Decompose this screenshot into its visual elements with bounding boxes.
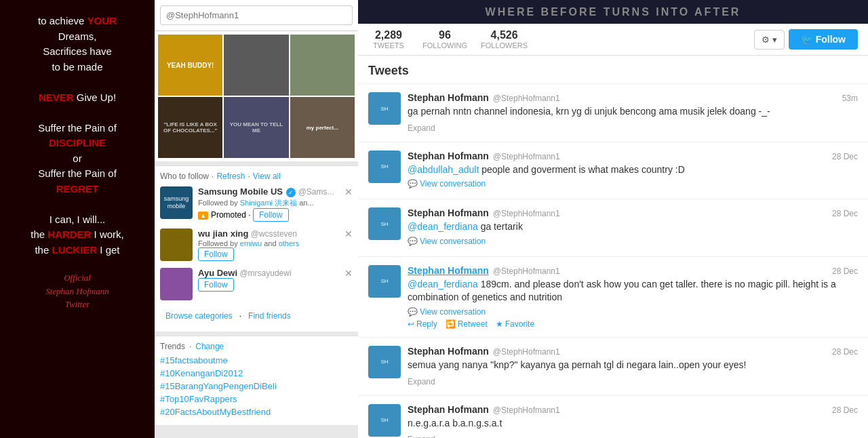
tweet-name-5: Stephan Hofmann [408,346,489,357]
tweet-item-4: SH Stephan Hofmann @StephHofmann1 28 Dec… [358,257,868,338]
photo-cell[interactable]: YOU MEAN TO TELL ME [224,97,288,158]
tweet-text-5: semua yang nanya "knp?" kayanya ga perna… [408,359,858,372]
tweet-handle-4: @StephHofmann1 [493,266,560,276]
tweet-time-2: 28 Dec [832,152,858,161]
view-conversation-3[interactable]: 💬 View conversation [408,237,858,246]
verified-icon: ✓ [286,188,296,197]
profile-stats-bar: 2,289 TWEETS 96 FOLLOWING 4,526 FOLLOWER… [358,24,868,56]
trend-item-4[interactable]: #Top10FavRappers [160,394,353,404]
trend-item-1[interactable]: #15factsaboutme [160,355,353,365]
follow-avatar-ayu [160,268,193,300]
find-friends-link[interactable]: Find friends [248,311,291,321]
follow-info-ayu: Ayu Dewi @mrsayudewi Follow [198,268,353,292]
tweet-content-2: Stephan Hofmann @StephHofmann1 28 Dec @a… [408,151,858,191]
follow-avatar-wu [160,228,193,261]
stat-tweets: 2,289 TWEETS [368,29,409,49]
close-button-wu[interactable]: ✕ [344,228,353,239]
trends-label: Trends [160,342,185,351]
search-input[interactable] [160,5,353,25]
follow-button-ayu[interactable]: Follow [198,278,234,292]
tweet-text-1: ga pernah nntn channel indonesia, krn yg… [408,105,858,119]
tweet-avatar-4: SH [368,265,401,298]
who-to-follow-section: Who to follow · Refresh · View all samsu… [155,165,358,332]
right-panel: WHERE BEFORE TURNS INTO AFTER 2,289 TWEE… [358,0,868,438]
followers-count: 4,526 [491,29,518,41]
follow-button-samsung[interactable]: Follow [253,208,289,222]
tweet-avatar-1: SH [368,92,401,125]
tweet-handle-6: @StephHofmann1 [493,405,560,415]
tweets-header: Tweets [358,56,868,84]
following-count: 96 [439,29,451,41]
expand-link-5[interactable]: Expand [408,377,435,386]
tweet-time-1: 53m [842,94,858,103]
follow-info-samsung: Samsung Mobile US ✓ @Sams... Followed by… [198,186,353,222]
tweets-section: Tweets SH Stephan Hofmann @StephHofmann1… [358,56,868,438]
trend-item-2[interactable]: #10KenanganDi2012 [160,368,353,378]
tweet-name-4[interactable]: Stephan Hofmann [408,265,489,276]
favorite-link[interactable]: ★ Favorite [496,319,534,329]
tweet-content-5: Stephan Hofmann @StephHofmann1 28 Dec se… [408,346,858,387]
photo-grid: YEAH BUDDY! "LIFE IS LIKE A BOX OF CHOCO… [155,31,358,161]
tweet-item-2: SH Stephan Hofmann @StephHofmann1 28 Dec… [358,142,868,200]
speech-icon: 💬 [408,307,418,317]
reply-link[interactable]: ↩ Reply [408,319,437,329]
tweet-time-3: 28 Dec [832,209,858,218]
photo-cell[interactable]: "LIFE IS LIKE A BOX OF CHOCOLATES..." [158,97,222,158]
follow-info-wu: wu jian xing @wcssteven Followed by erni… [198,228,353,261]
close-button-ayu[interactable]: ✕ [344,268,353,279]
followers-label: FOLLOWERS [481,41,528,49]
follow-item-ayu: Ayu Dewi @mrsayudewi Follow ✕ [160,268,353,300]
tweet-name-1: Stephan Hofmann [408,92,489,103]
follow-button-wu[interactable]: Follow [198,247,234,261]
view-conversation-4[interactable]: 💬 View conversation [408,307,858,317]
tweet-handle-1: @StephHofmann1 [493,94,560,103]
photo-cell[interactable]: YEAH BUDDY! [158,35,222,96]
follow-main-button[interactable]: 🐦 Follow [789,29,858,49]
tweet-name-2: Stephan Hofmann [408,151,489,161]
photo-cell[interactable] [290,35,355,96]
tweet-content-1: Stephan Hofmann @StephHofmann1 53m ga pe… [408,92,858,134]
tweet-text-3: @dean_ferdiana ga tertarik [408,220,858,234]
gear-button[interactable]: ⚙ ▾ [754,30,785,49]
trends-header: Trends · Change [160,342,353,351]
expand-link-1[interactable]: Expand [408,123,435,133]
view-all-link[interactable]: View all [253,172,281,181]
tweet-item-1: SH Stephan Hofmann @StephHofmann1 53m ga… [358,84,868,142]
stat-following[interactable]: 96 FOLLOWING [422,29,467,49]
change-trends-link[interactable]: Change [195,342,224,351]
tweet-avatar-3: SH [368,207,401,240]
reply-icon: ↩ [408,319,414,329]
tweet-time-5: 28 Dec [832,347,858,357]
expand-link-6[interactable]: Expand [408,435,435,438]
close-button-samsung[interactable]: ✕ [344,186,353,197]
tweet-item-3: SH Stephan Hofmann @StephHofmann1 28 Dec… [358,199,868,257]
who-to-follow-header: Who to follow · Refresh · View all [160,172,353,181]
trend-item-3[interactable]: #15BarangYangPengenDiBeli [160,381,353,391]
signature: Official Stephan Hofmann Twitter [45,271,109,311]
cover-banner: WHERE BEFORE TURNS INTO AFTER [358,0,868,24]
gear-chevron: ▾ [772,35,777,45]
browse-categories-link[interactable]: Browse categories [165,311,233,321]
photo-cell[interactable]: my perfect... [290,97,355,158]
retweet-link[interactable]: 🔁 Retweet [446,319,488,329]
refresh-link[interactable]: Refresh [216,172,245,181]
promoted-badge: ▲ [198,212,208,220]
tweet-content-6: Stephan Hofmann @StephHofmann1 28 Dec n.… [408,404,858,438]
tweet-item-5: SH Stephan Hofmann @StephHofmann1 28 Dec… [358,338,868,396]
tweet-time-4: 28 Dec [832,266,858,276]
view-conversation-2[interactable]: 💬 View conversation [408,179,858,188]
trend-item-5[interactable]: #20FactsAboutMyBestfriend [160,407,353,417]
follow-avatar-samsung: samsungmobile [160,186,193,219]
profile-actions: ⚙ ▾ 🐦 Follow [754,29,858,49]
tweets-label: TWEETS [373,41,404,49]
tweet-time-6: 28 Dec [832,405,858,415]
left-sidebar: to achieve YOUR Dreams, Sacrifices have … [0,0,155,438]
photo-cell[interactable] [224,35,288,96]
tweet-content-3: Stephan Hofmann @StephHofmann1 28 Dec @d… [408,207,858,248]
stat-followers[interactable]: 4,526 FOLLOWERS [481,29,528,49]
favorite-icon: ★ [496,319,503,329]
tweet-content-4: Stephan Hofmann @StephHofmann1 28 Dec @d… [408,265,858,329]
tweet-avatar-6: SH [368,404,401,437]
tweet-avatar-5: SH [368,346,401,378]
trends-section: Trends · Change #15factsaboutme #10Kenan… [155,336,358,425]
